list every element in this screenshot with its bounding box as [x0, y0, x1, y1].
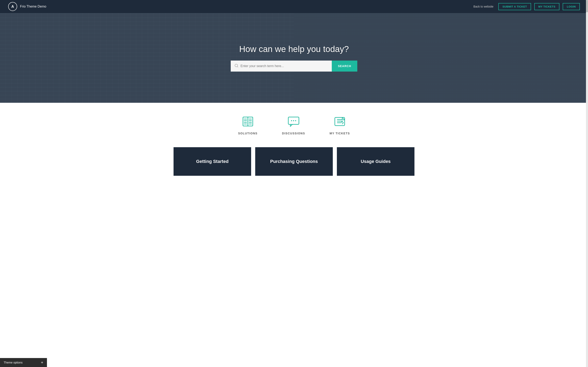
cards-section: Getting Started Purchasing Questions Usa…	[0, 143, 588, 188]
discussions-item[interactable]: DISCUSSIONS	[282, 115, 305, 135]
purchasing-questions-card[interactable]: Purchasing Questions	[255, 147, 333, 176]
back-to-website-link[interactable]: Back to website	[474, 5, 493, 8]
my-tickets-item[interactable]: MY TICKETS	[329, 115, 350, 135]
usage-guides-card[interactable]: Usage Guides	[337, 147, 415, 176]
solutions-item[interactable]: SOLUTIONS	[238, 115, 258, 135]
search-input-wrapper	[231, 60, 332, 72]
getting-started-label: Getting Started	[196, 159, 229, 164]
logo-letter: A	[11, 4, 14, 9]
hero-section: How can we help you today? SEARCH	[0, 13, 588, 103]
ticket-icon	[333, 115, 346, 128]
getting-started-card[interactable]: Getting Started	[173, 147, 251, 176]
svg-point-14	[293, 120, 294, 121]
usage-guides-label: Usage Guides	[361, 159, 391, 164]
scrollbar-track[interactable]	[586, 0, 588, 188]
my-tickets-label: MY TICKETS	[329, 132, 350, 135]
logo-circle: A	[8, 2, 17, 11]
search-bar: SEARCH	[231, 60, 357, 72]
svg-point-13	[291, 120, 292, 121]
purchasing-questions-label: Purchasing Questions	[270, 159, 318, 164]
search-input[interactable]	[241, 60, 328, 72]
search-button[interactable]: SEARCH	[332, 60, 357, 72]
hero-title: How can we help you today?	[239, 44, 349, 54]
site-title: Frio Theme Demo	[20, 5, 46, 8]
discussions-label: DISCUSSIONS	[282, 132, 305, 135]
chat-icon	[287, 115, 300, 128]
book-icon	[241, 115, 254, 128]
submit-ticket-button[interactable]: SUBMIT A TICKET	[498, 3, 531, 10]
navbar-left: A Frio Theme Demo	[8, 2, 46, 11]
navbar-right: Back to website SUBMIT A TICKET MY TICKE…	[474, 3, 580, 10]
hero-content: How can we help you today? SEARCH	[0, 44, 588, 72]
solutions-label: SOLUTIONS	[238, 132, 258, 135]
my-tickets-button[interactable]: MY TICKETS	[534, 3, 560, 10]
navbar: A Frio Theme Demo Back to website SUBMIT…	[0, 0, 588, 13]
icons-section: SOLUTIONS DISCUSSIONS MY TICKETS	[0, 103, 588, 143]
login-button[interactable]: LOGIN	[563, 3, 580, 10]
svg-line-1	[237, 66, 238, 67]
scrollbar-thumb[interactable]	[586, 0, 588, 12]
search-icon	[234, 64, 238, 69]
svg-point-15	[295, 120, 296, 121]
